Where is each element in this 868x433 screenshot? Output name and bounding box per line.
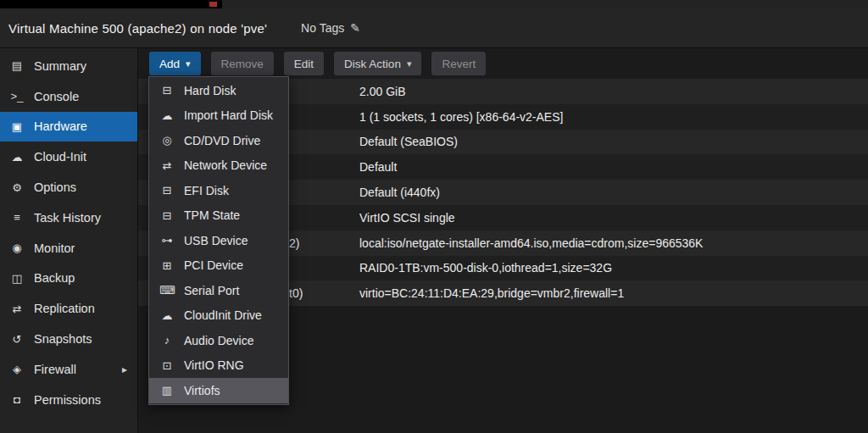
history-icon: ↺ [9,333,25,346]
sidebar-item-console[interactable]: >_ Console [0,81,137,112]
terminal-icon: >_ [9,90,25,103]
sidebar-item-cloud-init[interactable]: ☁ Cloud-Init [0,142,137,172]
header: Virtual Machine 500 (apache2) on node 'p… [0,8,868,48]
menu-item-label: Import Hard Disk [184,108,273,122]
row-label-fragment: 2) [289,236,299,250]
sidebar-item-label: Permissions [34,393,101,407]
sidebar-item-label: Hardware [34,119,87,133]
shield-icon: ◈ [9,363,25,375]
top-strip [0,0,868,8]
menu-item-cd-dvd-drive[interactable]: ◎ CD/DVD Drive [149,128,288,153]
add-button-label: Add [159,58,180,70]
menu-item-import-hard-disk[interactable]: ☁ Import Hard Disk [149,103,288,129]
remove-button[interactable]: Remove [211,52,274,75]
menu-item-virtio-rng[interactable]: ⊡ VirtIO RNG [149,353,288,379]
sidebar-item-options[interactable]: ⚙ Options [0,172,137,203]
menu-item-hard-disk[interactable]: ⊟ Hard Disk [149,78,288,103]
hard-disk-icon: ⊟ [159,84,175,97]
row-value: 1 (1 sockets, 1 cores) [x86-64-v2-AES] [359,110,563,124]
page-title: Virtual Machine 500 (apache2) on node 'p… [8,21,267,36]
row-label-fragment: t0) [289,286,303,300]
menu-item-label: USB Device [184,234,248,247]
sidebar-item-label: Summary [34,59,86,73]
sidebar-item-label: Options [34,180,76,194]
menu-item-network-device[interactable]: ⇄ Network Device [149,153,288,179]
usb-icon: ⊶ [159,234,175,247]
row-value: 2.00 GiB [359,85,405,98]
menu-item-pci-device[interactable]: ⊞ PCI Device [149,253,288,279]
edit-tags-icon[interactable]: ✎ [350,21,360,35]
menu-item-label: CloudInit Drive [184,308,262,322]
chevron-right-icon: ▸ [122,364,127,375]
menu-item-label: VirtIO RNG [184,358,244,372]
add-dropdown-menu: ⊟ Hard Disk ☁ Import Hard Disk ◎ CD/DVD … [148,76,289,405]
row-value: local:iso/netgate-installer-amd64.iso,me… [359,236,703,250]
disk-action-button[interactable]: Disk Action ▾ [334,52,421,75]
revert-button-label: Revert [442,58,476,70]
cloud-icon: ☁ [9,151,25,164]
menu-item-label: PCI Device [184,258,243,272]
menu-item-label: CD/DVD Drive [184,134,260,147]
gear-icon: ⚙ [9,181,25,194]
menu-item-efi-disk[interactable]: ⊟ EFI Disk [149,178,288,203]
sidebar: ▤ Summary >_ Console ▣ Hardware ☁ Cloud-… [0,48,138,433]
hard-disk-icon: ⊟ [159,184,175,197]
add-button[interactable]: Add ▾ [149,52,201,75]
row-value: virtio=BC:24:11:D4:EA:29,bridge=vmbr2,fi… [359,286,624,300]
sidebar-item-monitor[interactable]: ◉ Monitor [0,233,137,264]
row-value: Default (i440fx) [359,186,440,199]
tags-area: No Tags ✎ [301,21,360,35]
cloud-download-icon: ☁ [159,109,175,122]
row-value: Default (SeaBIOS) [359,135,458,148]
sidebar-item-label: Task History [34,211,101,225]
sidebar-item-snapshots[interactable]: ↺ Snapshots [0,324,137,354]
pci-card-icon: ⊞ [159,259,175,272]
menu-item-cloudinit-drive[interactable]: ☁ CloudInit Drive [149,303,288,329]
menu-item-audio-device[interactable]: ♪ Audio Device [149,328,288,353]
sidebar-item-replication[interactable]: ⇄ Replication [0,293,137,324]
sidebar-item-firewall[interactable]: ◈ Firewall ▸ [0,354,137,385]
row-value: RAID0-1TB:vm-500-disk-0,iothread=1,size=… [359,261,612,275]
top-black-bar [0,0,222,8]
menu-item-usb-device[interactable]: ⊶ USB Device [149,228,288,253]
menu-item-label: Hard Disk [184,84,236,97]
menu-item-serial-port[interactable]: ⌨ Serial Port [149,278,288,303]
menu-item-virtiofs[interactable]: ▥ Virtiofs [149,378,288,403]
toolbar: Add ▾ Remove Edit Disk Action ▾ Revert [138,48,868,79]
sidebar-item-label: Firewall [34,363,76,376]
row-value: VirtIO SCSI single [359,211,455,225]
row-value: Default [359,160,397,174]
menu-item-label: EFI Disk [184,184,229,197]
sidebar-item-label: Snapshots [34,332,92,346]
disk-action-button-label: Disk Action [344,58,401,70]
top-red-marker [209,2,217,7]
sidebar-item-permissions[interactable]: ◘ Permissions [0,385,137,415]
sidebar-item-label: Cloud-Init [34,150,86,164]
revert-button[interactable]: Revert [431,52,486,75]
sidebar-item-label: Backup [34,271,75,285]
chevron-down-icon: ▾ [186,58,191,69]
edit-button[interactable]: Edit [284,52,324,75]
network-icon: ⇄ [159,159,175,172]
sidebar-item-backup[interactable]: ◫ Backup [0,264,137,294]
speaker-icon: ♪ [159,334,175,347]
list-icon: ≡ [9,211,25,224]
sidebar-item-summary[interactable]: ▤ Summary [0,51,137,81]
edit-button-label: Edit [294,58,314,70]
cloud-icon: ☁ [159,309,175,322]
sidebar-item-label: Console [34,90,79,103]
menu-item-label: Serial Port [184,284,239,297]
menu-item-label: Audio Device [184,334,254,347]
sidebar-item-hardware[interactable]: ▣ Hardware [0,112,137,142]
hardware-panel: Add ▾ Remove Edit Disk Action ▾ Revert 2… [138,48,868,433]
hard-disk-icon: ⊟ [159,209,175,222]
eye-icon: ◉ [9,241,25,254]
remove-button-label: Remove [221,58,264,70]
sync-arrows-icon: ⇄ [9,303,25,315]
sidebar-item-task-history[interactable]: ≡ Task History [0,203,137,233]
permissions-icon: ◘ [9,393,25,406]
menu-item-tpm-state[interactable]: ⊟ TPM State [149,203,288,229]
sidebar-item-label: Replication [34,302,95,315]
sidebar-item-label: Monitor [34,241,75,255]
disc-icon: ◎ [159,134,175,147]
